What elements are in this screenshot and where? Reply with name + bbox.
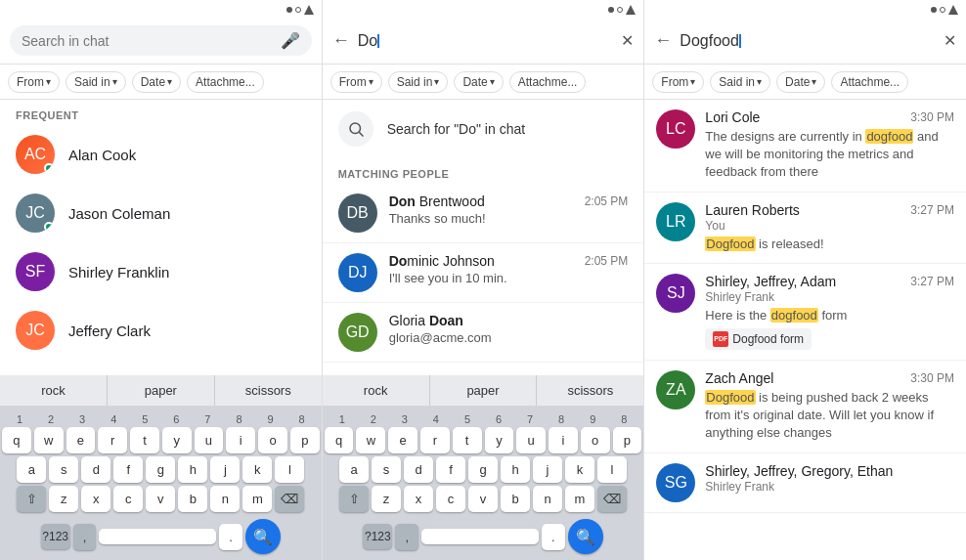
- filter-chip-from[interactable]: From▾: [652, 71, 704, 93]
- filter-chip-attachme---[interactable]: Attachme...: [187, 71, 264, 93]
- key-r[interactable]: r: [420, 427, 450, 453]
- keyboard-suggestion[interactable]: paper: [430, 375, 538, 406]
- number-key[interactable]: 3: [389, 411, 420, 427]
- key-k[interactable]: k: [565, 456, 594, 483]
- keyboard-suggestion[interactable]: rock: [323, 375, 430, 406]
- number-key[interactable]: 8: [608, 411, 639, 427]
- attachment-tag[interactable]: PDFDogfood form: [705, 328, 812, 350]
- key-p[interactable]: p: [290, 427, 320, 453]
- number-key[interactable]: 1: [4, 411, 35, 427]
- key-z[interactable]: z: [49, 486, 78, 512]
- number-key[interactable]: 6: [483, 411, 514, 427]
- result-item-don-brentwood[interactable]: DBDon Brentwood2:05 PMThanks so much!: [323, 184, 644, 243]
- key-v[interactable]: v: [146, 486, 175, 512]
- filter-chip-date[interactable]: Date▾: [454, 71, 503, 93]
- key-l[interactable]: l: [597, 456, 627, 483]
- key-x[interactable]: x: [404, 486, 433, 512]
- key-c[interactable]: c: [436, 486, 465, 512]
- number-key[interactable]: 9: [255, 411, 286, 427]
- keyboard-search-button[interactable]: 🔍: [568, 519, 603, 554]
- key-t[interactable]: t: [453, 427, 482, 453]
- key-z[interactable]: z: [372, 486, 401, 512]
- back-arrow-icon[interactable]: ←: [654, 30, 672, 51]
- message-item-msg-shirley[interactable]: SJShirley, Jeffrey, Adam3:27 PMShirley F…: [644, 264, 966, 361]
- key-e[interactable]: e: [66, 427, 96, 453]
- key-i[interactable]: i: [226, 427, 255, 453]
- shift-key[interactable]: ⇧: [339, 486, 369, 512]
- space-key[interactable]: [99, 529, 216, 544]
- key-a[interactable]: a: [339, 456, 369, 483]
- comma-key[interactable]: ,: [73, 524, 97, 550]
- number-key[interactable]: 5: [452, 411, 483, 427]
- message-item-msg-shirley2[interactable]: SGShirley, Jeffrey, Gregory, EthanShirle…: [644, 453, 966, 513]
- key-s[interactable]: s: [372, 456, 401, 483]
- key-j[interactable]: j: [210, 456, 240, 483]
- key-m[interactable]: m: [242, 486, 272, 512]
- key-d[interactable]: d: [404, 456, 433, 483]
- result-item-gloria-doan[interactable]: GDGloria Doangloria@acme.com: [323, 303, 644, 363]
- punct-key[interactable]: ?123: [363, 524, 392, 549]
- number-key[interactable]: 8: [546, 411, 577, 427]
- key-y[interactable]: y: [485, 427, 514, 453]
- key-c[interactable]: c: [113, 486, 143, 512]
- filter-chip-attachme---[interactable]: Attachme...: [831, 71, 908, 93]
- number-key[interactable]: 7: [514, 411, 546, 427]
- key-v[interactable]: v: [468, 486, 498, 512]
- key-w[interactable]: w: [34, 427, 64, 453]
- punct-key[interactable]: ?123: [41, 524, 70, 549]
- key-b[interactable]: b: [178, 486, 207, 512]
- contact-item-alan-cook[interactable]: ACAlan Cook: [0, 125, 322, 184]
- key-p[interactable]: p: [613, 427, 642, 453]
- key-y[interactable]: y: [162, 427, 192, 453]
- number-key[interactable]: 9: [577, 411, 608, 427]
- filter-chip-said-in[interactable]: Said in▾: [66, 71, 126, 93]
- key-o[interactable]: o: [258, 427, 287, 453]
- key-h[interactable]: h: [178, 456, 207, 483]
- key-f[interactable]: f: [436, 456, 465, 483]
- key-k[interactable]: k: [242, 456, 272, 483]
- number-key[interactable]: 4: [420, 411, 452, 427]
- contact-item-jeffery-clark[interactable]: JCJeffery Clark: [0, 301, 322, 360]
- backspace-key[interactable]: ⌫: [275, 486, 304, 512]
- key-h[interactable]: h: [501, 456, 530, 483]
- key-w[interactable]: w: [356, 427, 385, 453]
- key-l[interactable]: l: [275, 456, 304, 483]
- number-key[interactable]: 4: [98, 411, 129, 427]
- key-m[interactable]: m: [565, 486, 594, 512]
- filter-chip-attachme---[interactable]: Attachme...: [509, 71, 587, 93]
- key-f[interactable]: f: [113, 456, 143, 483]
- filter-chip-said-in[interactable]: Said in▾: [388, 71, 449, 93]
- close-search-icon[interactable]: ✕: [621, 31, 634, 50]
- search-suggestion-item[interactable]: Search for "Do" in chat: [323, 100, 644, 158]
- key-g[interactable]: g: [468, 456, 498, 483]
- key-i[interactable]: i: [549, 427, 578, 453]
- space-key[interactable]: [421, 529, 539, 544]
- result-item-dominic-johnson[interactable]: DJDominic Johnson2:05 PMI'll see you in …: [323, 243, 644, 303]
- search-query-text[interactable]: Do: [358, 32, 614, 50]
- dot-key[interactable]: .: [219, 524, 242, 550]
- shift-key[interactable]: ⇧: [17, 486, 46, 512]
- search-query-text[interactable]: Dogfood: [680, 32, 936, 50]
- key-a[interactable]: a: [17, 456, 46, 483]
- mic-icon[interactable]: 🎤: [281, 31, 300, 50]
- message-item-msg-zach[interactable]: ZAZach Angel3:30 PMDogfood is being push…: [644, 361, 966, 453]
- message-item-msg-lori[interactable]: LCLori Cole3:30 PMThe designs are curren…: [644, 100, 966, 193]
- close-search-icon[interactable]: ✕: [944, 31, 956, 50]
- key-t[interactable]: t: [130, 427, 159, 453]
- keyboard-suggestion[interactable]: paper: [108, 375, 215, 406]
- dot-key[interactable]: .: [542, 524, 565, 550]
- key-e[interactable]: e: [388, 427, 417, 453]
- key-b[interactable]: b: [501, 486, 530, 512]
- filter-chip-from[interactable]: From▾: [330, 71, 382, 93]
- number-key[interactable]: 2: [358, 411, 389, 427]
- key-g[interactable]: g: [146, 456, 175, 483]
- filter-chip-said-in[interactable]: Said in▾: [710, 71, 770, 93]
- key-d[interactable]: d: [81, 456, 110, 483]
- back-arrow-icon[interactable]: ←: [332, 30, 350, 51]
- number-key[interactable]: 8: [286, 411, 318, 427]
- key-q[interactable]: q: [325, 427, 354, 453]
- key-u[interactable]: u: [516, 427, 546, 453]
- search-input[interactable]: [22, 33, 273, 49]
- filter-chip-from[interactable]: From▾: [8, 71, 60, 93]
- number-key[interactable]: 1: [327, 411, 358, 427]
